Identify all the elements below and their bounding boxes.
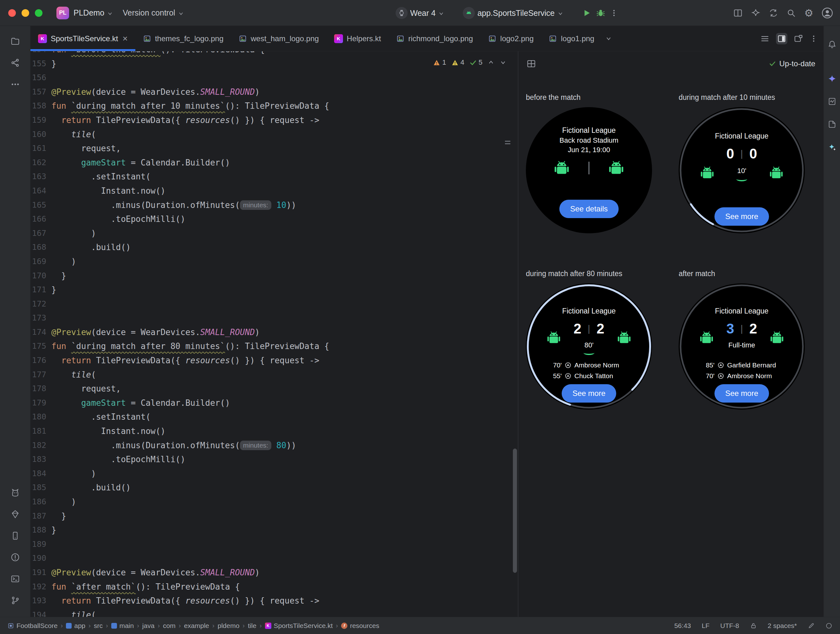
line-number[interactable]: 189 bbox=[30, 537, 46, 552]
code-line[interactable]: 180 .setInstant( bbox=[30, 410, 518, 424]
code-line[interactable]: 173 bbox=[30, 311, 518, 325]
close-tab-icon[interactable]: × bbox=[123, 34, 128, 43]
tab-logo1-png[interactable]: logo1.png bbox=[541, 26, 602, 51]
code-line[interactable]: 172 bbox=[30, 297, 518, 311]
line-number[interactable]: 175 bbox=[30, 339, 46, 353]
line-number[interactable]: 166 bbox=[30, 212, 46, 226]
code-line[interactable]: 161 request, bbox=[30, 141, 518, 156]
line-number[interactable]: 159 bbox=[30, 113, 46, 127]
line-number[interactable]: 165 bbox=[30, 198, 46, 212]
app-quality-insights-icon[interactable] bbox=[6, 505, 24, 523]
layout-columns-icon[interactable] bbox=[733, 8, 743, 18]
line-number[interactable]: 176 bbox=[30, 353, 46, 368]
breadcrumb-tile[interactable]: tile bbox=[248, 622, 256, 629]
editor-scrollbar[interactable] bbox=[513, 449, 517, 573]
line-number[interactable]: 183 bbox=[30, 452, 46, 466]
breadcrumb-module[interactable]: app bbox=[66, 622, 85, 629]
line-number[interactable]: 184 bbox=[30, 466, 46, 481]
code-line[interactable]: 157@Preview(device = WearDevices.SMALL_R… bbox=[30, 85, 518, 99]
line-number[interactable]: 177 bbox=[30, 368, 46, 382]
settings-gear-icon[interactable]: ⚙ bbox=[804, 7, 813, 19]
tab-richmond-logo-png[interactable]: richmond_logo.png bbox=[388, 26, 480, 51]
line-number[interactable]: 185 bbox=[30, 481, 46, 495]
caret-position[interactable]: 56:43 bbox=[674, 622, 691, 629]
line-number[interactable]: 190 bbox=[30, 551, 46, 566]
line-number[interactable]: 171 bbox=[30, 283, 46, 297]
gemini-icon[interactable] bbox=[825, 72, 839, 85]
preview-tile-before-match[interactable]: before the match Fictional League Back r… bbox=[526, 93, 653, 233]
error-badge[interactable]: 1 bbox=[433, 58, 446, 66]
line-number[interactable]: 169 bbox=[30, 255, 46, 269]
code-line[interactable]: 160 tile( bbox=[30, 127, 518, 142]
code-line[interactable]: 184 ) bbox=[30, 466, 518, 481]
tab-logo2-png[interactable]: logo2.png bbox=[480, 26, 541, 51]
profiler-icon[interactable] bbox=[825, 95, 839, 108]
tab-west-ham-logo-png[interactable]: west_ham_logo.png bbox=[231, 26, 327, 51]
code-line[interactable]: 186 ) bbox=[30, 495, 518, 509]
background-tasks-icon[interactable] bbox=[826, 622, 832, 629]
code-line[interactable]: 166 .toEpochMilli() bbox=[30, 212, 518, 226]
code-line[interactable]: 169 ) bbox=[30, 255, 518, 269]
breadcrumb-function[interactable]: f resources bbox=[341, 622, 379, 629]
close-window-button[interactable] bbox=[8, 9, 16, 17]
preview-tile-after-match[interactable]: after match Fictional League 3|2 Full-ti… bbox=[679, 269, 805, 409]
line-number[interactable]: 187 bbox=[30, 509, 46, 523]
line-number[interactable]: 174 bbox=[30, 325, 46, 340]
line-number[interactable]: 181 bbox=[30, 424, 46, 438]
code-line[interactable]: 178 request, bbox=[30, 382, 518, 396]
breadcrumb-src[interactable]: src bbox=[94, 622, 103, 629]
line-number[interactable]: 173 bbox=[30, 311, 46, 325]
minimize-window-button[interactable] bbox=[22, 9, 29, 17]
readonly-lock-icon[interactable] bbox=[750, 622, 757, 629]
search-icon[interactable] bbox=[786, 8, 796, 18]
breadcrumb-com[interactable]: com bbox=[163, 622, 175, 629]
tab-helpers-kt[interactable]: K Helpers.kt bbox=[327, 26, 388, 51]
passed-badge[interactable]: 5 bbox=[469, 58, 482, 66]
line-number[interactable]: 162 bbox=[30, 156, 46, 170]
line-number[interactable]: 182 bbox=[30, 438, 46, 453]
line-number[interactable]: 170 bbox=[30, 269, 46, 283]
line-number[interactable]: 156 bbox=[30, 71, 46, 85]
code-line[interactable]: 163 .setInstant( bbox=[30, 169, 518, 184]
run-button[interactable] bbox=[582, 8, 592, 18]
line-number[interactable]: 172 bbox=[30, 297, 46, 311]
line-number[interactable]: 167 bbox=[30, 226, 46, 240]
line-number[interactable]: 191 bbox=[30, 566, 46, 580]
code-line[interactable]: 193 return TilePreviewData({ resources()… bbox=[30, 594, 518, 608]
preview-tile-during-80[interactable]: during match after 80 minutes Fictional … bbox=[526, 269, 653, 409]
code-line[interactable]: 181 Instant.now() bbox=[30, 424, 518, 438]
preview-grid-icon[interactable] bbox=[526, 59, 536, 68]
ai-assistant-icon[interactable] bbox=[751, 8, 760, 18]
code-line[interactable]: 190 bbox=[30, 551, 518, 566]
code-line[interactable]: 170 } bbox=[30, 269, 518, 283]
device-explorer-icon[interactable] bbox=[825, 117, 839, 131]
line-number[interactable]: 180 bbox=[30, 410, 46, 424]
more-actions-kebab-icon[interactable] bbox=[610, 9, 618, 17]
code-line[interactable]: 182 .minus(Duration.ofMinutes(minutes: 8… bbox=[30, 438, 518, 453]
line-number[interactable]: 193 bbox=[30, 594, 46, 608]
code-line[interactable]: 187 } bbox=[30, 509, 518, 523]
code-line[interactable]: 171} bbox=[30, 283, 518, 297]
terminal-icon[interactable] bbox=[6, 570, 24, 588]
line-number[interactable]: 160 bbox=[30, 127, 46, 142]
breadcrumb-pldemo[interactable]: pldemo bbox=[218, 622, 239, 629]
code-line[interactable]: 167 ) bbox=[30, 226, 518, 240]
avatar[interactable] bbox=[822, 7, 833, 19]
run-configuration-selector[interactable]: app.SportsTileService bbox=[463, 7, 564, 19]
notifications-bell-icon[interactable] bbox=[825, 37, 839, 51]
line-number[interactable]: 194 bbox=[30, 608, 46, 617]
vcs-share-icon[interactable] bbox=[6, 54, 24, 72]
breadcrumb-java[interactable]: java bbox=[142, 622, 155, 629]
code-line[interactable]: 165 .minus(Duration.ofMinutes(minutes: 1… bbox=[30, 198, 518, 212]
logcat-icon[interactable] bbox=[6, 484, 24, 501]
code-line[interactable]: 189 bbox=[30, 537, 518, 552]
code-line[interactable]: 191@Preview(device = WearDevices.SMALL_R… bbox=[30, 566, 518, 580]
sync-icon[interactable] bbox=[769, 8, 778, 18]
tab-options-kebab-icon[interactable] bbox=[810, 35, 818, 43]
code-line[interactable]: 176 return TilePreviewData({ resources()… bbox=[30, 353, 518, 368]
code-line[interactable]: 159 return TilePreviewData({ resources()… bbox=[30, 113, 518, 127]
code-line[interactable]: 168 .build() bbox=[30, 240, 518, 255]
code-line[interactable]: 192fun `after match`(): TilePreviewData … bbox=[30, 580, 518, 594]
code-line[interactable]: 188} bbox=[30, 523, 518, 537]
line-number[interactable]: 168 bbox=[30, 240, 46, 255]
